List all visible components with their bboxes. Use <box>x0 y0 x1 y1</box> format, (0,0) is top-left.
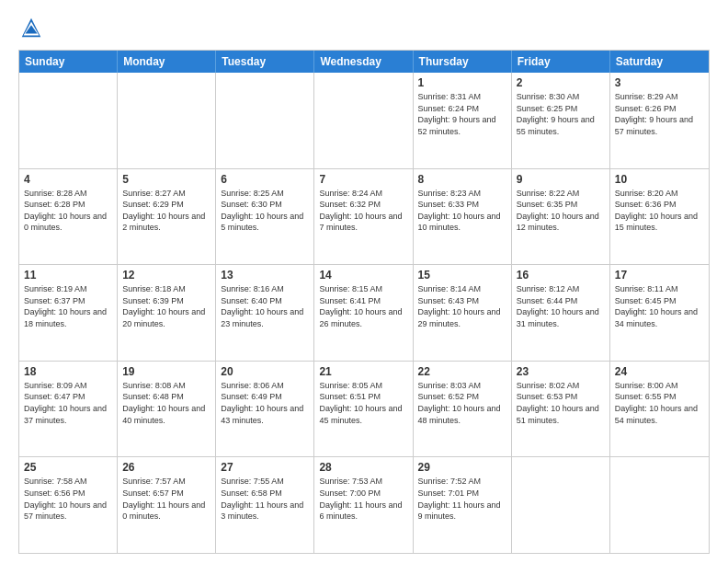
day-info: Sunrise: 8:09 AMSunset: 6:47 PMDaylight:… <box>24 380 112 426</box>
day-info: Sunrise: 8:24 AMSunset: 6:32 PMDaylight:… <box>319 188 407 234</box>
day-info: Sunrise: 8:15 AMSunset: 6:41 PMDaylight:… <box>319 283 407 329</box>
calendar-header: SundayMondayTuesdayWednesdayThursdayFrid… <box>19 51 709 73</box>
day-info: Sunrise: 8:27 AMSunset: 6:29 PMDaylight:… <box>122 188 210 234</box>
day-number: 1 <box>418 76 506 89</box>
day-info: Sunrise: 8:06 AMSunset: 6:49 PMDaylight:… <box>221 380 309 426</box>
calendar-cell: 16Sunrise: 8:12 AMSunset: 6:44 PMDayligh… <box>512 265 610 361</box>
calendar-cell: 21Sunrise: 8:05 AMSunset: 6:51 PMDayligh… <box>314 362 413 457</box>
day-info: Sunrise: 8:20 AMSunset: 6:36 PMDaylight:… <box>615 188 704 234</box>
calendar-cell <box>512 457 610 553</box>
day-number: 5 <box>122 173 210 186</box>
calendar-cell: 7Sunrise: 8:24 AMSunset: 6:32 PMDaylight… <box>314 169 413 265</box>
calendar-cell: 10Sunrise: 8:20 AMSunset: 6:36 PMDayligh… <box>610 169 709 265</box>
day-info: Sunrise: 8:05 AMSunset: 6:51 PMDaylight:… <box>319 380 407 426</box>
day-number: 28 <box>319 461 407 474</box>
day-info: Sunrise: 7:53 AMSunset: 7:00 PMDaylight:… <box>319 476 407 522</box>
logo <box>18 15 48 40</box>
day-number: 15 <box>418 269 506 282</box>
calendar: SundayMondayTuesdayWednesdayThursdayFrid… <box>18 50 710 554</box>
day-info: Sunrise: 8:18 AMSunset: 6:39 PMDaylight:… <box>122 283 210 329</box>
calendar-cell: 25Sunrise: 7:58 AMSunset: 6:56 PMDayligh… <box>19 457 118 553</box>
calendar-row-2: 11Sunrise: 8:19 AMSunset: 6:37 PMDayligh… <box>19 264 709 361</box>
day-number: 23 <box>517 365 605 378</box>
day-number: 4 <box>24 173 112 186</box>
logo-icon <box>18 15 44 40</box>
calendar-cell <box>19 73 118 168</box>
day-number: 27 <box>221 461 309 474</box>
calendar-body: 1Sunrise: 8:31 AMSunset: 6:24 PMDaylight… <box>19 73 709 553</box>
day-number: 19 <box>122 365 210 378</box>
day-info: Sunrise: 8:08 AMSunset: 6:48 PMDaylight:… <box>122 380 210 426</box>
day-number: 12 <box>122 269 210 282</box>
day-info: Sunrise: 7:57 AMSunset: 6:57 PMDaylight:… <box>122 476 210 522</box>
day-number: 29 <box>418 461 506 474</box>
day-info: Sunrise: 8:03 AMSunset: 6:52 PMDaylight:… <box>418 380 506 426</box>
calendar-cell: 11Sunrise: 8:19 AMSunset: 6:37 PMDayligh… <box>19 265 118 361</box>
header-cell-wednesday: Wednesday <box>314 51 413 73</box>
calendar-cell <box>610 457 709 553</box>
calendar-cell: 18Sunrise: 8:09 AMSunset: 6:47 PMDayligh… <box>19 362 118 457</box>
day-info: Sunrise: 8:31 AMSunset: 6:24 PMDaylight:… <box>418 91 506 137</box>
day-info: Sunrise: 8:22 AMSunset: 6:35 PMDaylight:… <box>517 188 605 234</box>
calendar-cell <box>118 73 216 168</box>
header-cell-thursday: Thursday <box>414 51 512 73</box>
day-number: 14 <box>319 269 407 282</box>
calendar-cell: 17Sunrise: 8:11 AMSunset: 6:45 PMDayligh… <box>610 265 709 361</box>
header-cell-monday: Monday <box>118 51 216 73</box>
calendar-cell: 29Sunrise: 7:52 AMSunset: 7:01 PMDayligh… <box>414 457 512 553</box>
day-number: 17 <box>615 269 704 282</box>
calendar-cell: 12Sunrise: 8:18 AMSunset: 6:39 PMDayligh… <box>118 265 216 361</box>
calendar-cell: 4Sunrise: 8:28 AMSunset: 6:28 PMDaylight… <box>19 169 118 265</box>
day-info: Sunrise: 8:29 AMSunset: 6:26 PMDaylight:… <box>615 91 704 137</box>
header-cell-sunday: Sunday <box>19 51 118 73</box>
calendar-cell: 22Sunrise: 8:03 AMSunset: 6:52 PMDayligh… <box>414 362 512 457</box>
calendar-cell: 28Sunrise: 7:53 AMSunset: 7:00 PMDayligh… <box>314 457 413 553</box>
day-info: Sunrise: 7:52 AMSunset: 7:01 PMDaylight:… <box>418 476 506 522</box>
calendar-row-0: 1Sunrise: 8:31 AMSunset: 6:24 PMDaylight… <box>19 73 709 168</box>
day-info: Sunrise: 8:14 AMSunset: 6:43 PMDaylight:… <box>418 283 506 329</box>
calendar-cell: 2Sunrise: 8:30 AMSunset: 6:25 PMDaylight… <box>512 73 610 168</box>
calendar-cell: 20Sunrise: 8:06 AMSunset: 6:49 PMDayligh… <box>216 362 314 457</box>
day-number: 22 <box>418 365 506 378</box>
calendar-cell: 23Sunrise: 8:02 AMSunset: 6:53 PMDayligh… <box>512 362 610 457</box>
calendar-cell <box>216 73 314 168</box>
day-number: 8 <box>418 173 506 186</box>
calendar-cell: 9Sunrise: 8:22 AMSunset: 6:35 PMDaylight… <box>512 169 610 265</box>
day-info: Sunrise: 8:30 AMSunset: 6:25 PMDaylight:… <box>517 91 605 137</box>
day-info: Sunrise: 8:19 AMSunset: 6:37 PMDaylight:… <box>24 283 112 329</box>
calendar-row-1: 4Sunrise: 8:28 AMSunset: 6:28 PMDaylight… <box>19 168 709 265</box>
day-info: Sunrise: 8:02 AMSunset: 6:53 PMDaylight:… <box>517 380 605 426</box>
calendar-row-3: 18Sunrise: 8:09 AMSunset: 6:47 PMDayligh… <box>19 361 709 457</box>
day-info: Sunrise: 8:11 AMSunset: 6:45 PMDaylight:… <box>615 283 704 329</box>
calendar-cell: 13Sunrise: 8:16 AMSunset: 6:40 PMDayligh… <box>216 265 314 361</box>
calendar-cell: 5Sunrise: 8:27 AMSunset: 6:29 PMDaylight… <box>118 169 216 265</box>
day-number: 26 <box>122 461 210 474</box>
day-number: 16 <box>517 269 605 282</box>
calendar-cell: 1Sunrise: 8:31 AMSunset: 6:24 PMDaylight… <box>414 73 512 168</box>
day-number: 3 <box>615 76 704 89</box>
calendar-cell: 26Sunrise: 7:57 AMSunset: 6:57 PMDayligh… <box>118 457 216 553</box>
day-info: Sunrise: 8:25 AMSunset: 6:30 PMDaylight:… <box>221 188 309 234</box>
day-number: 9 <box>517 173 605 186</box>
day-info: Sunrise: 8:12 AMSunset: 6:44 PMDaylight:… <box>517 283 605 329</box>
calendar-cell: 27Sunrise: 7:55 AMSunset: 6:58 PMDayligh… <box>216 457 314 553</box>
day-info: Sunrise: 7:58 AMSunset: 6:56 PMDaylight:… <box>24 476 112 522</box>
calendar-cell: 6Sunrise: 8:25 AMSunset: 6:30 PMDaylight… <box>216 169 314 265</box>
calendar-cell <box>314 73 413 168</box>
day-number: 6 <box>221 173 309 186</box>
day-number: 11 <box>24 269 112 282</box>
day-info: Sunrise: 8:00 AMSunset: 6:55 PMDaylight:… <box>615 380 704 426</box>
day-number: 7 <box>319 173 407 186</box>
day-number: 2 <box>517 76 605 89</box>
calendar-cell: 8Sunrise: 8:23 AMSunset: 6:33 PMDaylight… <box>414 169 512 265</box>
calendar-cell: 24Sunrise: 8:00 AMSunset: 6:55 PMDayligh… <box>610 362 709 457</box>
day-number: 21 <box>319 365 407 378</box>
day-number: 25 <box>24 461 112 474</box>
calendar-cell: 3Sunrise: 8:29 AMSunset: 6:26 PMDaylight… <box>610 73 709 168</box>
day-number: 10 <box>615 173 704 186</box>
calendar-cell: 19Sunrise: 8:08 AMSunset: 6:48 PMDayligh… <box>118 362 216 457</box>
day-info: Sunrise: 7:55 AMSunset: 6:58 PMDaylight:… <box>221 476 309 522</box>
calendar-cell: 15Sunrise: 8:14 AMSunset: 6:43 PMDayligh… <box>414 265 512 361</box>
day-info: Sunrise: 8:16 AMSunset: 6:40 PMDaylight:… <box>221 283 309 329</box>
day-number: 18 <box>24 365 112 378</box>
